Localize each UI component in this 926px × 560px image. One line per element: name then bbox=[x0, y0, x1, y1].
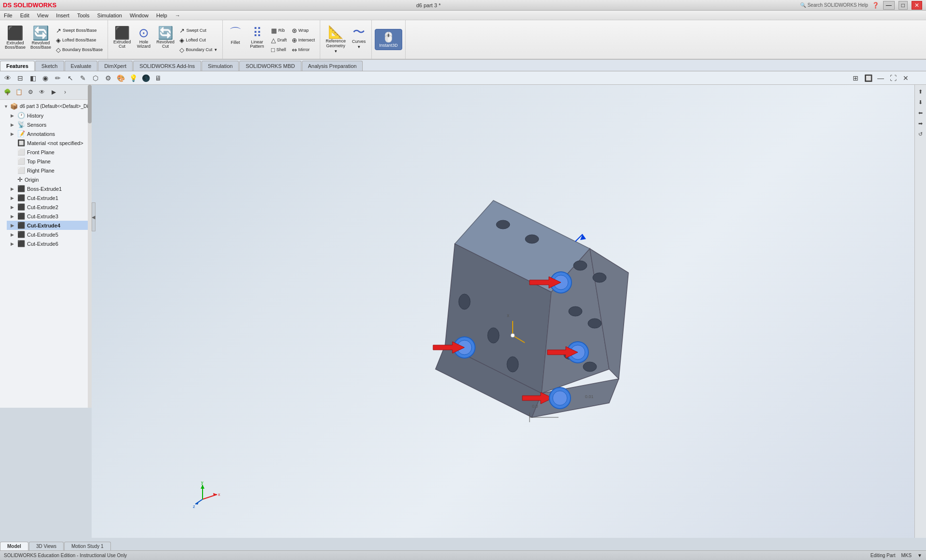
hole-wizard-button[interactable]: ⊙ HoleWizard bbox=[134, 25, 153, 51]
tree-boss-extrude1[interactable]: ▶ ⬛ Boss-Extrude1 bbox=[7, 184, 91, 193]
view-display-icon[interactable]: ◧ bbox=[27, 72, 39, 84]
tab-evaluate[interactable]: Evaluate bbox=[65, 61, 98, 71]
swept-cut-button[interactable]: ↗ Swept Cut bbox=[177, 26, 219, 35]
tree-cut-extrude4[interactable]: ▶ ⬛ Cut-Extrude4 bbox=[7, 221, 91, 230]
tab-sketch[interactable]: Sketch bbox=[35, 61, 64, 71]
tab-features[interactable]: Features bbox=[0, 61, 35, 71]
view-section-icon[interactable]: ⊟ bbox=[14, 72, 26, 84]
revolved-boss-button[interactable]: 🔄 RevolvedBoss/Base bbox=[28, 25, 53, 52]
expand-icon[interactable]: › bbox=[60, 87, 70, 97]
display-icon[interactable]: 👁 bbox=[37, 87, 47, 97]
left-panel-scrollbar[interactable] bbox=[88, 85, 92, 408]
units-dropdown[interactable]: ▼ bbox=[917, 553, 922, 558]
menu-pin[interactable]: → bbox=[171, 12, 184, 19]
linear-pattern-button[interactable]: ⠿ LinearPattern bbox=[246, 25, 268, 51]
menu-edit[interactable]: Edit bbox=[16, 12, 33, 19]
tab-motion-study[interactable]: Motion Study 1 bbox=[64, 542, 111, 550]
tree-cut-extrude5[interactable]: ▶ ⬛ Cut-Extrude5 bbox=[7, 230, 91, 239]
tab-model[interactable]: Model bbox=[0, 542, 28, 550]
right-icon-2[interactable]: ⬇ bbox=[916, 97, 926, 107]
reference-geometry-icon: 📐 bbox=[328, 26, 343, 38]
feature-tree-icon[interactable]: 🌳 bbox=[2, 87, 13, 97]
menu-view[interactable]: View bbox=[33, 12, 53, 19]
wrap-button[interactable]: ⊛ Wrap bbox=[290, 26, 317, 35]
instant3d-button[interactable]: 🖱️ Instant3D bbox=[375, 29, 402, 50]
panel-collapse-handle[interactable]: ◀ bbox=[92, 202, 95, 231]
right-icon-5[interactable]: ↺ bbox=[916, 129, 926, 139]
view-orient-icon[interactable]: 👁 bbox=[2, 72, 14, 84]
tree-root[interactable]: ▼ 📦 d6 part 3 (Default<<Default>_Display bbox=[0, 102, 91, 111]
3d-viewport[interactable]: x 0.0 0.01 x y z bbox=[92, 85, 914, 538]
right-icon-1[interactable]: ⬆ bbox=[916, 87, 926, 96]
revolved-cut-button[interactable]: 🔄 RevolvedCut bbox=[154, 25, 177, 51]
close-viewport-icon[interactable]: ✕ bbox=[900, 72, 912, 84]
view-monitor-icon[interactable]: 🖥 bbox=[152, 72, 164, 84]
left-panel-scrollbar-thumb[interactable] bbox=[88, 85, 92, 123]
right-icon-4[interactable]: ➡ bbox=[916, 119, 926, 128]
view-settings-icon[interactable]: ⚙ bbox=[102, 72, 114, 84]
swept-boss-button[interactable]: ↗ Swept Boss/Base bbox=[54, 26, 105, 35]
view-cube-icon[interactable]: ⬡ bbox=[90, 72, 101, 84]
tab-3dviews[interactable]: 3D Views bbox=[29, 542, 64, 550]
tree-origin[interactable]: ✛ Origin bbox=[7, 175, 91, 184]
tree-annotations[interactable]: ▶ 📝 Annotations bbox=[7, 129, 91, 138]
restore-viewport-icon[interactable]: ⊞ bbox=[850, 72, 861, 84]
right-icon-3[interactable]: ⬅ bbox=[916, 108, 926, 118]
tree-cut-extrude1[interactable]: ▶ ⬛ Cut-Extrude1 bbox=[7, 193, 91, 202]
history-arrow: ▶ bbox=[11, 113, 15, 118]
menu-help[interactable]: Help bbox=[152, 12, 171, 19]
boundary-cut-button[interactable]: ◇ Boundary Cut ▼ bbox=[177, 45, 219, 54]
view-realview-icon[interactable]: 💡 bbox=[127, 72, 139, 84]
tree-right-plane[interactable]: ⬜ Right Plane bbox=[7, 166, 91, 175]
property-icon[interactable]: 📋 bbox=[14, 87, 24, 97]
view-toolbar: 👁 ⊟ ◧ ◉ ✏ ↖ ✎ ⬡ ⚙ 🎨 💡 🌑 🖥 ⊞ 🔲 — ⛶ ✕ bbox=[0, 71, 926, 85]
rib-button[interactable]: ▦ Rib bbox=[269, 26, 289, 35]
view-edit-icon[interactable]: ✏ bbox=[52, 72, 64, 84]
intersect-button[interactable]: ⊕ Intersect bbox=[290, 36, 317, 45]
tab-simulation[interactable]: Simulation bbox=[202, 61, 239, 71]
tree-sensors[interactable]: ▶ 📡 Sensors bbox=[7, 120, 91, 129]
mirror-button[interactable]: ⇔ Mirror bbox=[290, 45, 317, 54]
view-select-icon[interactable]: ↖ bbox=[65, 72, 76, 84]
tree-front-plane[interactable]: ⬜ Front Plane bbox=[7, 147, 91, 157]
tree-cut-extrude2[interactable]: ▶ ⬛ Cut-Extrude2 bbox=[7, 202, 91, 212]
extruded-cut-button[interactable]: ⬛ ExtrudedCut bbox=[111, 25, 133, 51]
tree-cut-extrude3[interactable]: ▶ ⬛ Cut-Extrude3 bbox=[7, 212, 91, 221]
lofted-cut-button[interactable]: ◈ Lofted Cut bbox=[177, 36, 219, 45]
reference-geometry-button[interactable]: 📐 ReferenceGeometry ▼ bbox=[323, 24, 348, 55]
menu-file[interactable]: File bbox=[0, 12, 16, 19]
motionstudy-icon[interactable]: ▶ bbox=[48, 87, 59, 97]
menu-simulation[interactable]: Simulation bbox=[94, 12, 126, 19]
menu-insert[interactable]: Insert bbox=[52, 12, 73, 19]
draft-button[interactable]: △ Draft bbox=[269, 36, 289, 45]
close-button[interactable]: ✕ bbox=[912, 1, 922, 10]
tab-analysis[interactable]: Analysis Preparation bbox=[302, 61, 363, 71]
tab-addins[interactable]: SOLIDWORKS Add-Ins bbox=[133, 61, 201, 71]
tab-mbd[interactable]: SOLIDWORKS MBD bbox=[239, 61, 301, 71]
extruded-boss-button[interactable]: ⬛ ExtrudedBoss/Base bbox=[3, 25, 27, 52]
shell-button[interactable]: □ Shell bbox=[269, 45, 289, 54]
curves-button[interactable]: 〜 Curves ▼ bbox=[349, 24, 368, 51]
view-shadows-icon[interactable]: 🌑 bbox=[140, 72, 151, 84]
tree-cut-extrude6[interactable]: ▶ ⬛ Cut-Extrude6 bbox=[7, 239, 91, 248]
menu-window[interactable]: Window bbox=[126, 12, 152, 19]
tree-top-plane[interactable]: ⬜ Top Plane bbox=[7, 157, 91, 166]
boundary-boss-button[interactable]: ◇ Boundary Boss/Base bbox=[54, 45, 105, 54]
view-hide-icon[interactable]: ◉ bbox=[40, 72, 51, 84]
help-search[interactable]: 🔍 Search SOLIDWORKS Help bbox=[800, 2, 868, 8]
restore-button[interactable]: □ bbox=[899, 1, 908, 10]
fillet-button[interactable]: ⌒ Fillet bbox=[226, 25, 245, 46]
tree-material[interactable]: 🔲 Material <not specified> bbox=[7, 138, 91, 147]
zoom-icon[interactable]: 🔲 bbox=[862, 72, 874, 84]
tree-history[interactable]: ▶ 🕐 History bbox=[7, 111, 91, 120]
lofted-boss-button[interactable]: ◈ Lofted Boss/Base bbox=[54, 36, 105, 45]
minimize-button[interactable]: — bbox=[883, 1, 895, 10]
menu-tools[interactable]: Tools bbox=[73, 12, 94, 19]
view-color-icon[interactable]: 🎨 bbox=[115, 72, 126, 84]
fullscreen-icon[interactable]: ⛶ bbox=[887, 72, 899, 84]
view-sketch-icon[interactable]: ✎ bbox=[77, 72, 89, 84]
question-icon[interactable]: ❓ bbox=[872, 2, 879, 9]
tab-dimxpert[interactable]: DimXpert bbox=[98, 61, 133, 71]
minimize-viewport-icon[interactable]: — bbox=[875, 72, 886, 84]
config-icon[interactable]: ⚙ bbox=[25, 87, 36, 97]
